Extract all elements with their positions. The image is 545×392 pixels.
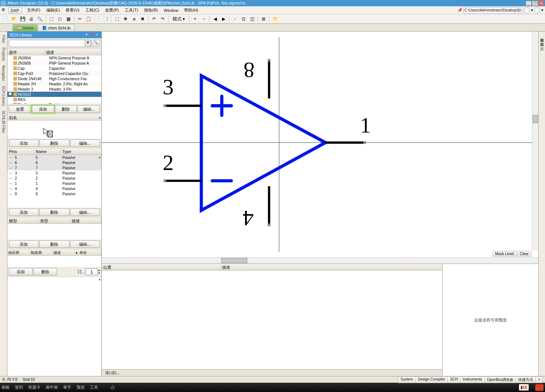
pin-row[interactable]: ⊸33Passive [7, 170, 101, 176]
col-component[interactable]: 器件 [7, 49, 45, 55]
paste2-icon[interactable]: 📑 [101, 15, 110, 23]
edge-tab-favorites[interactable]: 收藏 [539, 37, 545, 42]
zoom-area-icon[interactable]: ⬚ [47, 15, 55, 23]
path-pin-icon[interactable]: 📌 [457, 8, 463, 13]
component-row[interactable]: +NE5532 [7, 92, 101, 97]
tray-rec-icon[interactable] [535, 384, 544, 391]
menu-project[interactable]: 工程(C) [82, 7, 102, 14]
taskbar-item[interactable]: 工具 [90, 385, 98, 390]
component-row[interactable]: Diode 1N4148High Conductance Fas [7, 76, 101, 81]
component-row[interactable]: Cap Pol3Polarized Capacitor (Su [7, 71, 101, 76]
tab-home[interactable]: 🏠Home [13, 24, 37, 31]
components-list[interactable]: 2N3904NPN General Purpose A2N3906PNP Gen… [7, 55, 101, 104]
path-input[interactable] [463, 7, 523, 13]
panel-dropdown-icon[interactable]: ▾ [84, 33, 89, 37]
sheet-icon[interactable]: ◫ [248, 15, 256, 23]
power-icon[interactable]: ⏻ [111, 385, 115, 390]
order-label[interactable]: 订... [78, 269, 85, 275]
pin-row[interactable]: ⊸11Passive [7, 181, 101, 186]
undo-icon[interactable]: ↶ [150, 15, 158, 23]
component-row[interactable]: RES [7, 97, 101, 102]
search-button[interactable]: 🔍 [92, 40, 100, 47]
panel-pin-icon[interactable]: 📌 [89, 33, 94, 37]
edge-tab-navigator[interactable]: Navigator [1, 63, 6, 84]
col-model[interactable]: 模型 [7, 218, 39, 223]
pin-row[interactable]: ⊸77Passive [7, 165, 101, 170]
col-description[interactable]: 描述 [45, 49, 98, 55]
col-pin-type[interactable]: Type [61, 148, 101, 154]
menu-window[interactable]: Window [161, 7, 181, 13]
status-button[interactable]: OpenBus调色板 [484, 376, 516, 383]
nav-back-button[interactable] [523, 7, 530, 14]
col-price[interactable]: 单价 [79, 249, 101, 255]
menu-edit[interactable]: 编辑(E) [43, 7, 63, 14]
restore-button[interactable]: ❐ [532, 1, 538, 6]
app-menu-icon[interactable]: ⚙ [1, 7, 7, 13]
footer-tab-e[interactable]: (E) (E)... [104, 371, 121, 375]
dxp-button[interactable]: DXP [8, 7, 22, 13]
edge-tab-filter[interactable]: SCHLIB Filter [1, 108, 6, 135]
pin-row[interactable]: ⊸88Passive [7, 191, 101, 196]
supplier-add-button[interactable]: 添加 [9, 268, 33, 275]
taskbar-item[interactable]: 画中画 [46, 385, 58, 390]
alias-del-button[interactable]: 删除 [39, 140, 69, 147]
col-position[interactable]: 位置 [102, 264, 221, 270]
menu-help[interactable]: 帮助(H) [181, 7, 201, 14]
delete-button[interactable]: 删除 [55, 105, 77, 113]
menu-view[interactable]: 察看(V) [63, 7, 82, 14]
component-row[interactable]: CapCapacitor [7, 66, 101, 71]
net-icon[interactable]: ⊡ [239, 15, 248, 23]
menu-reports[interactable]: 报告(R) [141, 7, 161, 14]
pins-edit-button[interactable]: 编辑... [70, 209, 100, 216]
order-spinner-icon[interactable]: ▴▾ [98, 269, 100, 275]
component-row[interactable]: Header 2HHeader, 2-Pin, Right An [7, 81, 101, 86]
nav-next-icon[interactable]: ▶ [219, 15, 228, 23]
model-del-button[interactable]: 删除 [39, 241, 69, 248]
component-row[interactable]: 2N3904NPN General Purpose A [7, 55, 101, 61]
mode-dropdown[interactable]: 模式 ▾ [170, 15, 187, 23]
edge-tab-files[interactable]: Files [1, 33, 6, 45]
alias-header[interactable]: 别名▴ [7, 114, 101, 121]
taskbar-item[interactable]: 答题卡 [28, 385, 40, 390]
mask-clear-button[interactable]: Clear [517, 251, 531, 257]
messages-body[interactable] [102, 271, 442, 369]
panel-close-icon[interactable]: × [95, 33, 99, 37]
search-input[interactable] [9, 40, 85, 47]
deselect-icon[interactable]: ⌀ [130, 15, 138, 23]
tray-app-icon[interactable]: ▮15 [519, 384, 529, 391]
tab-schlib[interactable]: 📘chen.SchLib [38, 24, 75, 31]
alias-add-button[interactable]: 添加 [9, 140, 39, 147]
save-icon[interactable]: 💾 [19, 15, 27, 23]
pin-row[interactable]: ⊸44Passive [7, 186, 101, 191]
component-row[interactable]: Header 3Header, 3-Pin [7, 86, 101, 92]
zoom-fit-icon[interactable]: ◻ [56, 15, 64, 23]
status-more-icon[interactable]: » [535, 376, 543, 383]
minimize-button[interactable]: _ [526, 1, 532, 6]
vertical-scrollbar[interactable] [532, 32, 538, 251]
col-model-type[interactable]: 类型 [39, 218, 70, 223]
status-button[interactable]: System [398, 376, 415, 383]
col-pins[interactable]: Pins [7, 148, 34, 154]
print-icon[interactable]: 🖨 [27, 15, 35, 23]
supplier-del-button[interactable]: 删除 [33, 268, 57, 275]
search-dropdown-icon[interactable]: ▾ [85, 40, 91, 47]
order-input[interactable] [86, 268, 98, 275]
nav-prev-icon[interactable]: ◀ [211, 15, 219, 23]
paste-icon[interactable]: 📄 [93, 15, 101, 23]
edge-tab-schlib[interactable]: SCH Library [1, 84, 6, 108]
taskbar-item[interactable]: 举手 [63, 385, 71, 390]
col-model-desc[interactable]: 描述 [70, 218, 101, 223]
grid-icon[interactable]: ⊞ [260, 15, 268, 23]
clear-icon[interactable]: ✖ [138, 15, 147, 23]
col-manufacturer[interactable]: 制造商 [30, 249, 53, 255]
plus-icon[interactable]: + [191, 15, 199, 23]
col-supplier[interactable]: 供应商 [7, 249, 30, 255]
pin-row[interactable]: ⊸66Passive [7, 160, 101, 165]
copy-icon[interactable]: 📋 [84, 15, 92, 23]
alias-edit-button[interactable]: 编辑... [70, 140, 100, 147]
edge-tab-libraries[interactable]: 库 [539, 42, 545, 46]
col-pin-name[interactable]: Name [34, 148, 61, 154]
pins-list[interactable]: ▴⊸55Passive⊸66Passive⊸77Passive⊸33Passiv… [7, 155, 101, 208]
taskbar-item[interactable]: 预览 [76, 385, 85, 390]
status-button[interactable]: 快捷方式 [516, 376, 536, 383]
